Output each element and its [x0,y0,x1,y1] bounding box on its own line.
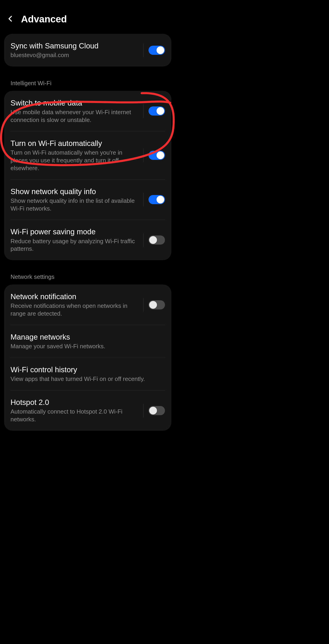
manage-networks-sub: Manage your saved Wi-Fi networks. [11,342,160,350]
network-notification-toggle-wrap [143,298,165,312]
auto-wifi-text: Turn on Wi-Fi automatically Turn on Wi-F… [11,138,143,172]
control-history-text: Wi-Fi control history View apps that hav… [11,365,165,383]
network-quality-row[interactable]: Show network quality info Show network q… [4,180,171,220]
switch-mobile-sub: Use mobile data whenever your Wi-Fi inte… [11,108,139,124]
manage-networks-text: Manage networks Manage your saved Wi-Fi … [11,332,165,350]
network-quality-sub: Show network quality info in the list of… [11,197,139,212]
hotspot-toggle[interactable] [149,406,165,415]
sync-text: Sync with Samsung Cloud bluestevo@gmail.… [11,41,143,59]
network-notification-toggle[interactable] [149,300,165,310]
power-saving-sub: Reduce battery usage by analyzing Wi-Fi … [11,238,139,253]
network-card: Network notification Receive notificatio… [4,284,171,431]
network-quality-toggle[interactable] [149,195,165,204]
control-history-sub: View apps that have turned Wi-Fi on or o… [11,375,160,383]
network-notification-title: Network notification [11,292,139,301]
network-notification-text: Network notification Receive notificatio… [11,292,143,318]
network-notification-row[interactable]: Network notification Receive notificatio… [4,284,171,325]
auto-wifi-title: Turn on Wi-Fi automatically [11,138,139,148]
back-button[interactable] [7,15,14,23]
switch-mobile-text: Switch to mobile data Use mobile data wh… [11,98,143,124]
sync-card: Sync with Samsung Cloud bluestevo@gmail.… [4,34,171,66]
control-history-row[interactable]: Wi-Fi control history View apps that hav… [4,358,171,390]
intelligent-card: Switch to mobile data Use mobile data wh… [4,91,171,260]
header-bar: Advanced [0,7,175,34]
auto-wifi-toggle-wrap [143,148,165,162]
hotspot-toggle-wrap [143,404,165,418]
switch-mobile-toggle[interactable] [149,106,165,116]
settings-screen: Advanced Sync with Samsung Cloud blueste… [0,0,175,431]
hotspot-text: Hotspot 2.0 Automatically connect to Hot… [11,398,143,424]
page-title: Advanced [21,14,67,25]
sync-title: Sync with Samsung Cloud [11,41,139,50]
power-saving-toggle-wrap [143,233,165,247]
auto-wifi-toggle[interactable] [149,151,165,160]
hotspot-row[interactable]: Hotspot 2.0 Automatically connect to Hot… [4,390,171,431]
network-quality-title: Show network quality info [11,187,139,196]
manage-networks-row[interactable]: Manage networks Manage your saved Wi-Fi … [4,325,171,358]
section-label-network: Network settings [0,266,175,284]
auto-wifi-sub: Turn on Wi-Fi automatically when you're … [11,149,139,172]
manage-networks-title: Manage networks [11,332,160,342]
control-history-title: Wi-Fi control history [11,365,160,374]
hotspot-sub: Automatically connect to Hotspot 2.0 Wi-… [11,408,139,424]
power-saving-toggle[interactable] [149,236,165,244]
sync-toggle-wrap [143,44,165,57]
switch-mobile-row[interactable]: Switch to mobile data Use mobile data wh… [4,91,171,131]
hotspot-title: Hotspot 2.0 [11,398,139,407]
switch-mobile-title: Switch to mobile data [11,98,139,108]
sync-toggle[interactable] [149,46,165,55]
power-saving-text: Wi-Fi power saving mode Reduce battery u… [11,227,143,253]
sync-row[interactable]: Sync with Samsung Cloud bluestevo@gmail.… [4,34,171,66]
switch-mobile-toggle-wrap [143,104,165,118]
network-notification-sub: Receive notifications when open networks… [11,302,139,318]
auto-wifi-row[interactable]: Turn on Wi-Fi automatically Turn on Wi-F… [4,131,171,180]
power-saving-row[interactable]: Wi-Fi power saving mode Reduce battery u… [4,220,171,260]
section-label-intelligent: Intelligent Wi-Fi [0,73,175,91]
chevron-left-icon [7,15,14,22]
power-saving-title: Wi-Fi power saving mode [11,227,139,236]
network-quality-text: Show network quality info Show network q… [11,187,143,212]
sync-subtitle: bluestevo@gmail.com [11,52,139,59]
network-quality-toggle-wrap [143,193,165,206]
